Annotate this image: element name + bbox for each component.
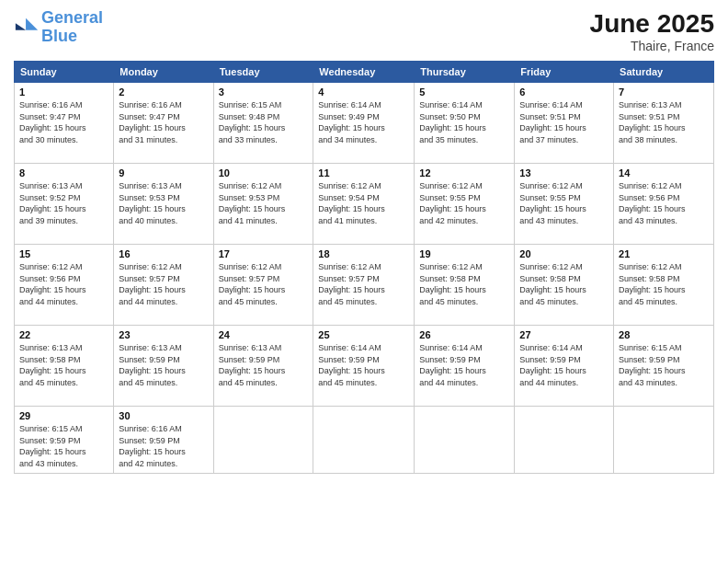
day-number: 22 xyxy=(19,329,108,340)
svg-marker-0 xyxy=(26,18,38,30)
day-detail: Sunrise: 6:16 AM Sunset: 9:47 PM Dayligh… xyxy=(19,99,108,145)
day-number: 1 xyxy=(19,86,108,98)
header: General Blue June 2025 Thaire, France xyxy=(14,9,714,53)
day-number: 20 xyxy=(519,248,609,259)
day-detail: Sunrise: 6:12 AM Sunset: 9:57 PM Dayligh… xyxy=(318,261,409,307)
day-detail: Sunrise: 6:14 AM Sunset: 9:49 PM Dayligh… xyxy=(318,99,409,145)
week-row: 8Sunrise: 6:13 AM Sunset: 9:52 PM Daylig… xyxy=(15,164,714,245)
day-number: 11 xyxy=(318,167,409,178)
calendar-cell: 16Sunrise: 6:12 AM Sunset: 9:57 PM Dayli… xyxy=(114,245,213,326)
calendar-cell: 4Sunrise: 6:14 AM Sunset: 9:49 PM Daylig… xyxy=(313,83,415,164)
day-detail: Sunrise: 6:13 AM Sunset: 9:51 PM Dayligh… xyxy=(619,99,709,145)
day-number: 6 xyxy=(519,86,609,98)
calendar-cell: 10Sunrise: 6:12 AM Sunset: 9:53 PM Dayli… xyxy=(213,164,313,245)
day-number: 19 xyxy=(419,248,509,259)
day-number: 18 xyxy=(318,248,409,259)
day-detail: Sunrise: 6:14 AM Sunset: 9:51 PM Dayligh… xyxy=(519,99,609,145)
day-detail: Sunrise: 6:14 AM Sunset: 9:50 PM Dayligh… xyxy=(419,99,509,145)
day-detail: Sunrise: 6:15 AM Sunset: 9:59 PM Dayligh… xyxy=(19,423,108,469)
day-number: 24 xyxy=(219,329,309,340)
day-number: 16 xyxy=(119,248,208,259)
day-header-saturday: Saturday xyxy=(614,62,714,83)
day-detail: Sunrise: 6:12 AM Sunset: 9:58 PM Dayligh… xyxy=(419,261,509,307)
day-header-friday: Friday xyxy=(515,62,614,83)
calendar-cell xyxy=(614,407,714,474)
day-number: 25 xyxy=(318,329,409,340)
calendar-cell: 14Sunrise: 6:12 AM Sunset: 9:56 PM Dayli… xyxy=(614,164,714,245)
day-detail: Sunrise: 6:13 AM Sunset: 9:59 PM Dayligh… xyxy=(219,342,309,388)
day-detail: Sunrise: 6:13 AM Sunset: 9:53 PM Dayligh… xyxy=(119,180,208,226)
calendar-cell: 7Sunrise: 6:13 AM Sunset: 9:51 PM Daylig… xyxy=(614,83,714,164)
day-number: 4 xyxy=(318,86,409,98)
day-detail: Sunrise: 6:15 AM Sunset: 9:48 PM Dayligh… xyxy=(219,99,309,145)
day-header-wednesday: Wednesday xyxy=(313,62,415,83)
calendar-cell: 28Sunrise: 6:15 AM Sunset: 9:59 PM Dayli… xyxy=(614,326,714,407)
day-number: 13 xyxy=(519,167,609,178)
calendar-cell: 30Sunrise: 6:16 AM Sunset: 9:59 PM Dayli… xyxy=(114,407,213,474)
calendar-cell: 29Sunrise: 6:15 AM Sunset: 9:59 PM Dayli… xyxy=(15,407,114,474)
day-number: 7 xyxy=(619,86,709,98)
week-row: 15Sunrise: 6:12 AM Sunset: 9:56 PM Dayli… xyxy=(15,245,714,326)
calendar-cell: 3Sunrise: 6:15 AM Sunset: 9:48 PM Daylig… xyxy=(213,83,313,164)
day-header-sunday: Sunday xyxy=(15,62,114,83)
day-header-tuesday: Tuesday xyxy=(213,62,313,83)
day-number: 12 xyxy=(419,167,509,178)
calendar-cell: 25Sunrise: 6:14 AM Sunset: 9:59 PM Dayli… xyxy=(313,326,415,407)
calendar-cell: 13Sunrise: 6:12 AM Sunset: 9:55 PM Dayli… xyxy=(515,164,614,245)
day-detail: Sunrise: 6:15 AM Sunset: 9:59 PM Dayligh… xyxy=(619,342,709,388)
day-detail: Sunrise: 6:12 AM Sunset: 9:57 PM Dayligh… xyxy=(219,261,309,307)
day-detail: Sunrise: 6:12 AM Sunset: 9:54 PM Dayligh… xyxy=(318,180,409,226)
calendar: SundayMondayTuesdayWednesdayThursdayFrid… xyxy=(14,61,714,474)
day-detail: Sunrise: 6:12 AM Sunset: 9:55 PM Dayligh… xyxy=(519,180,609,226)
calendar-cell xyxy=(213,407,313,474)
page: General Blue June 2025 Thaire, France Su… xyxy=(0,0,728,563)
calendar-cell: 6Sunrise: 6:14 AM Sunset: 9:51 PM Daylig… xyxy=(515,83,614,164)
week-row: 1Sunrise: 6:16 AM Sunset: 9:47 PM Daylig… xyxy=(15,83,714,164)
day-detail: Sunrise: 6:12 AM Sunset: 9:53 PM Dayligh… xyxy=(219,180,309,226)
day-detail: Sunrise: 6:14 AM Sunset: 9:59 PM Dayligh… xyxy=(318,342,409,388)
day-detail: Sunrise: 6:16 AM Sunset: 9:59 PM Dayligh… xyxy=(119,423,208,469)
day-number: 3 xyxy=(219,86,309,98)
day-number: 28 xyxy=(619,329,709,340)
location: Thaire, France xyxy=(590,39,714,53)
calendar-cell: 12Sunrise: 6:12 AM Sunset: 9:55 PM Dayli… xyxy=(415,164,515,245)
day-detail: Sunrise: 6:12 AM Sunset: 9:55 PM Dayligh… xyxy=(419,180,509,226)
calendar-cell: 19Sunrise: 6:12 AM Sunset: 9:58 PM Dayli… xyxy=(415,245,515,326)
day-detail: Sunrise: 6:12 AM Sunset: 9:58 PM Dayligh… xyxy=(619,261,709,307)
day-number: 8 xyxy=(19,167,108,178)
calendar-cell: 27Sunrise: 6:14 AM Sunset: 9:59 PM Dayli… xyxy=(515,326,614,407)
calendar-cell: 23Sunrise: 6:13 AM Sunset: 9:59 PM Dayli… xyxy=(114,326,213,407)
day-number: 30 xyxy=(119,410,208,421)
day-detail: Sunrise: 6:14 AM Sunset: 9:59 PM Dayligh… xyxy=(519,342,609,388)
svg-marker-1 xyxy=(16,23,26,29)
calendar-header: SundayMondayTuesdayWednesdayThursdayFrid… xyxy=(15,62,714,83)
calendar-cell: 1Sunrise: 6:16 AM Sunset: 9:47 PM Daylig… xyxy=(15,83,114,164)
day-number: 17 xyxy=(219,248,309,259)
day-number: 29 xyxy=(19,410,108,421)
calendar-cell: 2Sunrise: 6:16 AM Sunset: 9:47 PM Daylig… xyxy=(114,83,213,164)
calendar-cell: 11Sunrise: 6:12 AM Sunset: 9:54 PM Dayli… xyxy=(313,164,415,245)
calendar-cell: 18Sunrise: 6:12 AM Sunset: 9:57 PM Dayli… xyxy=(313,245,415,326)
day-number: 9 xyxy=(119,167,208,178)
calendar-cell xyxy=(313,407,415,474)
day-detail: Sunrise: 6:16 AM Sunset: 9:47 PM Dayligh… xyxy=(119,99,208,145)
day-header-monday: Monday xyxy=(114,62,213,83)
week-row: 29Sunrise: 6:15 AM Sunset: 9:59 PM Dayli… xyxy=(15,407,714,474)
day-number: 27 xyxy=(519,329,609,340)
day-number: 23 xyxy=(119,329,208,340)
calendar-cell xyxy=(415,407,515,474)
title-block: June 2025 Thaire, France xyxy=(590,9,714,53)
logo-icon xyxy=(14,15,40,40)
calendar-cell: 9Sunrise: 6:13 AM Sunset: 9:53 PM Daylig… xyxy=(114,164,213,245)
day-detail: Sunrise: 6:12 AM Sunset: 9:57 PM Dayligh… xyxy=(119,261,208,307)
calendar-cell: 20Sunrise: 6:12 AM Sunset: 9:58 PM Dayli… xyxy=(515,245,614,326)
day-detail: Sunrise: 6:13 AM Sunset: 9:59 PM Dayligh… xyxy=(119,342,208,388)
day-number: 2 xyxy=(119,86,208,98)
day-detail: Sunrise: 6:12 AM Sunset: 9:56 PM Dayligh… xyxy=(619,180,709,226)
day-header-thursday: Thursday xyxy=(415,62,515,83)
calendar-cell xyxy=(515,407,614,474)
calendar-cell: 22Sunrise: 6:13 AM Sunset: 9:58 PM Dayli… xyxy=(15,326,114,407)
day-number: 10 xyxy=(219,167,309,178)
calendar-cell: 26Sunrise: 6:14 AM Sunset: 9:59 PM Dayli… xyxy=(415,326,515,407)
day-detail: Sunrise: 6:12 AM Sunset: 9:58 PM Dayligh… xyxy=(519,261,609,307)
